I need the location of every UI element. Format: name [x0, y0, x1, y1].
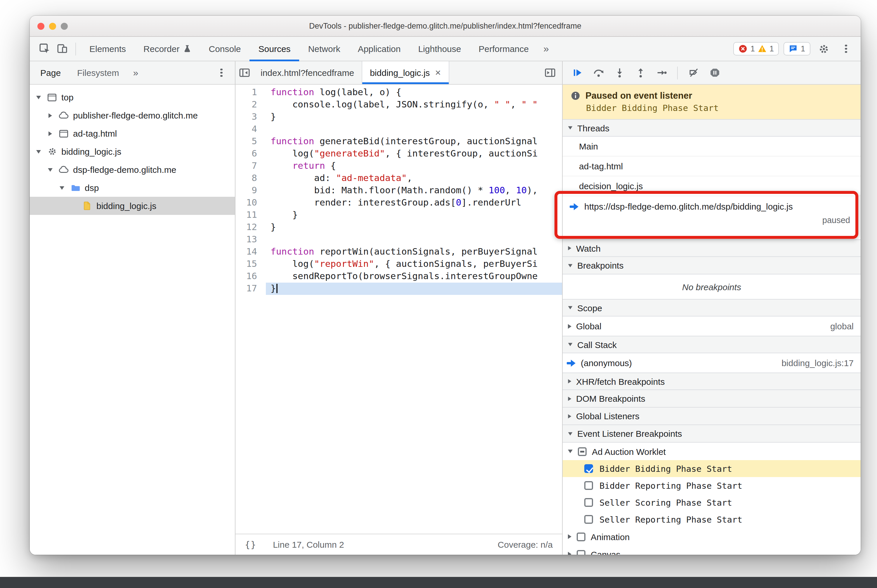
- line-number[interactable]: 9: [235, 184, 266, 197]
- navigator-menu-icon[interactable]: [213, 64, 230, 81]
- line-number[interactable]: 2: [235, 99, 266, 111]
- code-editor[interactable]: 1function log(label, o) {2 console.log(l…: [235, 85, 562, 534]
- collapse-arrow-icon[interactable]: [568, 343, 573, 346]
- collapse-arrow-icon[interactable]: [60, 186, 64, 189]
- line-number[interactable]: 16: [235, 270, 266, 283]
- pause-on-exceptions-button[interactable]: [705, 64, 725, 81]
- expand-arrow-icon[interactable]: [568, 396, 571, 401]
- editor-tab-index-html-fencedframe[interactable]: index.html?fencedframe: [253, 61, 362, 84]
- elb-item-seller-reporting-phase-start[interactable]: Seller Reporting Phase Start: [563, 511, 860, 528]
- elb-category-canvas[interactable]: Canvas: [563, 545, 860, 555]
- line-number[interactable]: 10: [235, 197, 266, 209]
- call-stack-section-header[interactable]: Call Stack: [563, 336, 860, 353]
- tab-elements[interactable]: Elements: [81, 36, 135, 61]
- checkbox-checked[interactable]: [584, 464, 593, 473]
- checkbox-indeterminate[interactable]: [578, 447, 587, 456]
- tab-console[interactable]: Console: [200, 36, 250, 61]
- thread-item-decision-logic-js[interactable]: decision_logic.js: [563, 176, 860, 196]
- expand-arrow-icon[interactable]: [568, 534, 572, 539]
- step-over-button[interactable]: [588, 64, 608, 81]
- checkbox-unchecked[interactable]: [584, 481, 593, 490]
- tab-application[interactable]: Application: [349, 36, 409, 61]
- thread-item-ad-tag-html[interactable]: ad-tag.html: [563, 156, 860, 176]
- tab-network[interactable]: Network: [299, 36, 349, 61]
- tab-sources[interactable]: Sources: [250, 36, 299, 61]
- collapse-arrow-icon[interactable]: [568, 264, 573, 267]
- expand-arrow-icon[interactable]: [568, 379, 571, 384]
- scope-section-header[interactable]: Scope: [563, 299, 860, 316]
- breakpoints-section-header[interactable]: Breakpoints: [563, 257, 860, 274]
- device-toolbar-icon[interactable]: [53, 40, 71, 57]
- inspect-element-icon[interactable]: [36, 40, 53, 57]
- collapse-arrow-icon[interactable]: [48, 168, 53, 171]
- step-out-button[interactable]: [630, 64, 650, 81]
- line-number[interactable]: 12: [235, 221, 266, 234]
- elb-item-seller-scoring-phase-start[interactable]: Seller Scoring Phase Start: [563, 494, 860, 511]
- collapse-arrow-icon[interactable]: [568, 126, 573, 129]
- line-number[interactable]: 8: [235, 172, 266, 184]
- expand-arrow-icon[interactable]: [48, 131, 52, 136]
- expand-arrow-icon[interactable]: [568, 552, 572, 555]
- deactivate-breakpoints-button[interactable]: [684, 64, 704, 81]
- line-number[interactable]: 7: [235, 160, 266, 172]
- toggle-debugger-sidebar-icon[interactable]: [541, 64, 558, 81]
- sidebar-tab-page[interactable]: Page: [32, 61, 69, 84]
- sidebar-tab-filesystem[interactable]: Filesystem: [69, 61, 127, 84]
- thread-item-main[interactable]: Main: [563, 136, 860, 156]
- line-number[interactable]: 15: [235, 258, 266, 270]
- step-into-button[interactable]: [609, 64, 629, 81]
- global-listeners-section-header[interactable]: Global Listeners: [563, 408, 860, 425]
- elb-category-ad-auction-worklet[interactable]: Ad Auction Worklet: [563, 442, 860, 460]
- tab-recorder[interactable]: Recorder: [135, 36, 200, 61]
- minimize-window-button[interactable]: [49, 22, 56, 30]
- collapse-arrow-icon[interactable]: [568, 306, 573, 309]
- issues-badge[interactable]: 1: [784, 42, 811, 56]
- elb-category-animation[interactable]: Animation: [563, 528, 860, 545]
- resume-script-button[interactable]: [567, 64, 587, 81]
- call-stack-frame-row[interactable]: (anonymous) bidding_logic.js:17: [563, 353, 860, 372]
- line-number[interactable]: 3: [235, 111, 266, 123]
- tree-item-bidding-logic-js[interactable]: bidding_logic.js: [30, 197, 235, 215]
- collapse-arrow-icon[interactable]: [568, 432, 573, 435]
- expand-arrow-icon[interactable]: [568, 246, 571, 250]
- tree-item-dsp-fledge-demo-glitch-me[interactable]: dsp-fledge-demo.glitch.me: [30, 160, 235, 178]
- line-number[interactable]: 14: [235, 246, 266, 258]
- hide-navigator-icon[interactable]: [235, 64, 253, 81]
- scope-global-row[interactable]: Global global: [563, 316, 860, 336]
- checkbox-unchecked[interactable]: [584, 515, 593, 524]
- collapse-arrow-icon[interactable]: [568, 450, 573, 453]
- elb-item-bidder-reporting-phase-start[interactable]: Bidder Reporting Phase Start: [563, 477, 860, 494]
- threads-section-header[interactable]: Threads: [563, 119, 860, 136]
- checkbox-unchecked[interactable]: [584, 498, 593, 507]
- tab-performance[interactable]: Performance: [470, 36, 537, 61]
- close-tab-icon[interactable]: ×: [435, 68, 441, 78]
- dom-breakpoints-section-header[interactable]: DOM Breakpoints: [563, 390, 860, 408]
- line-number[interactable]: 17: [235, 283, 266, 295]
- expand-arrow-icon[interactable]: [568, 414, 571, 418]
- line-number[interactable]: 1: [235, 86, 266, 99]
- line-number[interactable]: 11: [235, 209, 266, 221]
- settings-gear-icon[interactable]: [815, 40, 833, 57]
- xhr-breakpoints-section-header[interactable]: XHR/fetch Breakpoints: [563, 372, 860, 390]
- tree-item-dsp[interactable]: dsp: [30, 178, 235, 197]
- tree-item-publisher-fledge-demo-glitch-me[interactable]: publisher-fledge-demo.glitch.me: [30, 106, 235, 124]
- collapse-arrow-icon[interactable]: [36, 150, 41, 153]
- editor-tab-bidding-logic-js[interactable]: bidding_logic.js×: [362, 61, 449, 84]
- errors-warnings-badge[interactable]: 1 1: [734, 42, 779, 56]
- line-number[interactable]: 6: [235, 148, 266, 160]
- zoom-window-button[interactable]: [61, 22, 68, 30]
- window-titlebar[interactable]: DevTools - publisher-fledge-demo.glitch.…: [30, 16, 860, 37]
- line-number[interactable]: 4: [235, 123, 266, 135]
- tree-item-top[interactable]: top: [30, 88, 235, 106]
- tree-item-ad-tag-html[interactable]: ad-tag.html: [30, 124, 235, 142]
- elb-item-bidder-bidding-phase-start[interactable]: Bidder Bidding Phase Start: [563, 460, 860, 477]
- more-panels-chevron[interactable]: »: [537, 43, 555, 55]
- checkbox-unchecked[interactable]: [577, 532, 585, 541]
- checkbox-unchecked[interactable]: [577, 550, 585, 555]
- watch-section-header[interactable]: Watch: [563, 239, 860, 257]
- tab-lighthouse[interactable]: Lighthouse: [409, 36, 470, 61]
- event-listener-breakpoints-section-header[interactable]: Event Listener Breakpoints: [563, 425, 860, 442]
- collapse-arrow-icon[interactable]: [36, 96, 41, 99]
- more-sidebar-tabs-chevron[interactable]: »: [127, 68, 144, 78]
- more-options-icon[interactable]: [837, 40, 855, 57]
